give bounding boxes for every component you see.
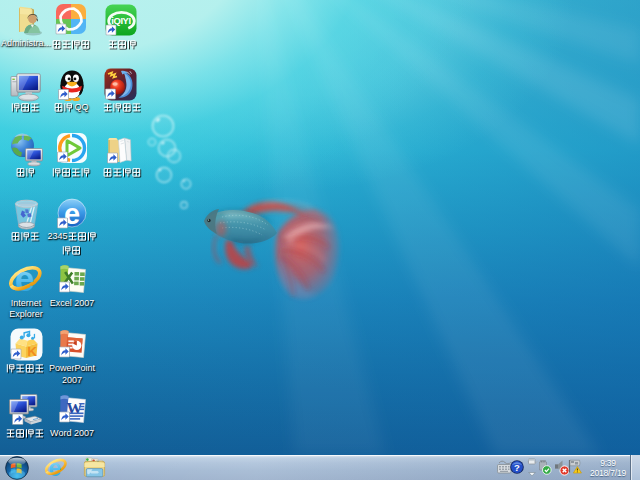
svg-text:e: e: [49, 456, 62, 479]
svg-text:?: ?: [514, 462, 520, 473]
svg-text:K: K: [27, 344, 37, 359]
svg-text:e: e: [15, 261, 34, 296]
svg-text:iQIYI: iQIYI: [111, 15, 130, 26]
